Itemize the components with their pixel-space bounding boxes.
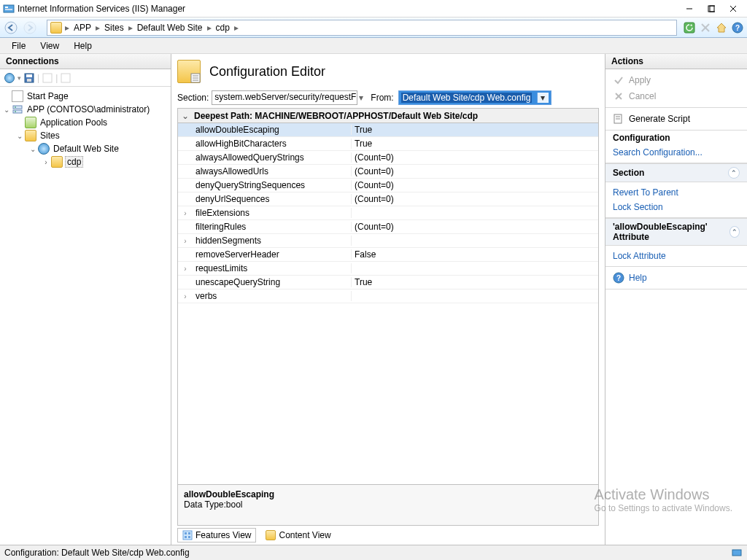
action-lock-section[interactable]: Lock Section [605,200,747,214]
expand-icon[interactable]: › [178,209,193,217]
from-dropdown[interactable]: Default Web Site/cdp Web.config ▾ [398,90,551,105]
menu-file[interactable]: File [4,39,33,52]
up-icon[interactable] [41,71,54,85]
tab-content-view[interactable]: Content View [260,528,336,542]
actions-header: Actions [605,54,747,69]
collapse-icon[interactable]: ⌄ [178,111,193,121]
property-row[interactable]: denyQueryStringSequences(Count=0) [178,179,598,192]
property-value[interactable]: (Count=0) [352,222,598,232]
property-row[interactable]: filteringRules(Count=0) [178,220,598,234]
tree-node[interactable]: ⌄Default Web Site [0,142,171,155]
property-row[interactable]: allowHighBitCharactersTrue [178,137,598,151]
help-button[interactable]: ? [729,20,746,36]
breadcrumb-item[interactable]: APP [71,23,94,33]
property-value[interactable]: False [352,249,598,260]
tree-node[interactable]: Start Page [0,90,171,103]
action-generate-script[interactable]: Generate Script [605,111,747,127]
status-text: Configuration: Default Web Site/cdp Web.… [4,548,190,558]
property-row[interactable]: unescapeQueryStringTrue [178,276,598,289]
svg-text:?: ? [735,24,740,32]
property-name: allowDoubleEscaping [193,125,352,135]
back-button[interactable] [1,20,20,36]
property-value[interactable]: True [352,277,598,287]
property-row[interactable]: alwaysAllowedUrls(Count=0) [178,165,598,179]
folder-icon [25,130,36,141]
tree-node[interactable]: ⌄APP (CONTOSO\administrator) [0,103,171,116]
property-row[interactable]: ›verbs [178,289,598,303]
tree-label: Application Pools [39,117,109,128]
tree-twisty[interactable]: ⌄ [1,106,12,114]
property-value[interactable]: (Count=0) [352,152,598,163]
tree-node[interactable]: ›cdp [0,155,171,168]
tree-twisty[interactable]: ⌄ [15,132,25,140]
svg-rect-16 [26,74,32,77]
stop-button[interactable] [697,20,713,36]
property-row[interactable]: ›fileExtensions [178,206,598,220]
tree-node[interactable]: ⌄Sites [0,129,171,142]
save-icon[interactable] [23,71,36,85]
breadcrumb-item[interactable]: Default Web Site [134,23,206,33]
property-name: fileExtensions [193,208,352,218]
connections-header: Connections [0,54,171,69]
tree-twisty[interactable]: › [41,158,51,166]
chevron-up-icon[interactable]: ⌃ [728,167,740,179]
breadcrumb[interactable]: ▸ APP ▸ Sites ▸ Default Web Site ▸ cdp ▸ [47,20,677,36]
chevron-right-icon: ▸ [206,23,213,33]
expand-icon[interactable] [59,71,72,85]
tree-label: Default Web Site [52,144,120,154]
cancel-icon [613,90,624,102]
action-search-configuration[interactable]: Search Configuration... [605,145,747,160]
navbar: ▸ APP ▸ Sites ▸ Default Web Site ▸ cdp ▸… [0,18,747,38]
action-revert-to-parent[interactable]: Revert To Parent [605,185,747,200]
attribute-subheader[interactable]: 'allowDoubleEscaping' Attribute ⌃ [605,218,747,246]
maximize-button[interactable] [700,1,722,17]
breadcrumb-item[interactable]: Sites [101,23,127,33]
tree-node[interactable]: Application Pools [0,116,171,129]
property-name: denyQueryStringSequences [193,180,352,190]
window-title: Internet Information Services (IIS) Mana… [18,4,678,14]
property-row[interactable]: denyUrlSequences(Count=0) [178,192,598,206]
section-dropdown[interactable]: system.webServer/security/requestFilteri… [212,90,357,105]
tree-twisty[interactable]: ⌄ [28,145,38,153]
property-row[interactable]: removeServerHeaderFalse [178,248,598,262]
expand-icon[interactable]: › [178,292,193,300]
breadcrumb-item[interactable]: cdp [213,23,233,33]
action-help[interactable]: ? Help [605,270,747,286]
connect-icon[interactable] [3,71,16,85]
chevron-right-icon: ▸ [233,23,240,33]
property-value[interactable]: (Count=0) [352,194,598,204]
property-value[interactable]: (Count=0) [352,180,598,190]
menu-view[interactable]: View [33,39,66,52]
property-row[interactable]: alwaysAllowedQueryStrings(Count=0) [178,151,598,165]
action-lock-attribute[interactable]: Lock Attribute [605,249,747,263]
tree-label: cdp [65,156,83,168]
close-button[interactable] [722,1,744,17]
forward-button[interactable] [20,20,39,36]
property-row[interactable]: ›requestLimits [178,262,598,276]
grid-group-header[interactable]: ⌄ Deepest Path: MACHINE/WEBROOT/APPHOST/… [178,109,598,123]
server-icon [12,104,23,115]
property-value[interactable]: True [352,125,598,135]
svg-rect-19 [61,74,70,82]
chevron-up-icon[interactable]: ⌃ [729,226,740,238]
menu-help[interactable]: Help [66,39,99,52]
minimize-button[interactable] [678,1,700,17]
property-value[interactable]: (Count=0) [352,166,598,176]
expand-icon[interactable]: › [178,237,193,245]
expand-icon[interactable]: › [178,265,193,273]
editor-header: Configuration Editor [177,60,599,83]
section-subheader[interactable]: Section ⌃ [605,163,747,182]
tab-features-view[interactable]: Features View [177,528,256,542]
property-value[interactable]: True [352,139,598,149]
chevron-right-icon: ▸ [63,23,71,33]
refresh-button[interactable] [681,20,697,36]
property-row[interactable]: ›hiddenSegments [178,234,598,248]
apply-icon [613,74,624,86]
chevron-down-icon[interactable]: ▾ [359,93,363,103]
pool-icon [25,117,36,128]
property-name: alwaysAllowedQueryStrings [193,152,352,163]
chevron-down-icon[interactable]: ▾ [537,93,549,103]
property-row[interactable]: allowDoubleEscapingTrue [178,123,598,137]
home-button[interactable] [713,20,729,36]
svg-point-9 [24,22,36,34]
